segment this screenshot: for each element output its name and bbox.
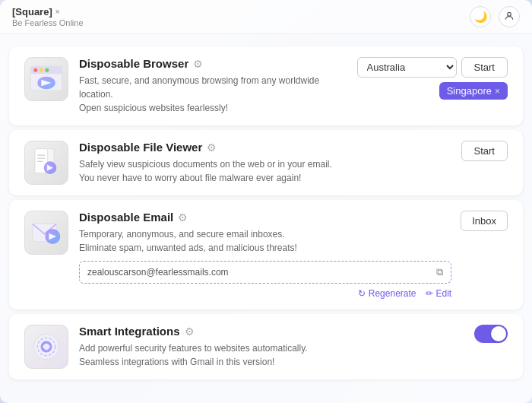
svg-point-4: [40, 68, 43, 72]
content-area: Disposable Browser ⚙ Fast, secure, and a…: [0, 34, 532, 403]
email-illustration: [27, 214, 65, 252]
email-footer-actions: ↻ Regenerate ✏ Edit: [79, 288, 451, 299]
email-title: Disposable Email: [79, 211, 173, 224]
svg-point-3: [33, 68, 37, 72]
svg-point-0: [508, 12, 511, 16]
user-icon-button[interactable]: [499, 6, 520, 27]
browser-illustration: [27, 60, 65, 98]
file-viewer-card: Disposable File Viewer ⚙ Safely view sus…: [9, 130, 523, 195]
regenerate-icon: ↻: [358, 288, 366, 299]
file-viewer-start-button[interactable]: Start: [461, 141, 508, 161]
copy-icon[interactable]: ⧉: [436, 266, 443, 278]
app-title: [Square]: [12, 6, 52, 17]
file-viewer-icon-container: [24, 141, 68, 185]
title-bar-right: 🌙: [470, 6, 520, 27]
browser-title-row: Disposable Browser ⚙: [79, 57, 348, 70]
integrations-toggle[interactable]: [474, 325, 508, 343]
integrations-service-body: Smart Integrations ⚙ Add powerful securi…: [79, 325, 465, 369]
browser-title: Disposable Browser: [79, 57, 188, 70]
integrations-actions: [474, 325, 508, 343]
integrations-title: Smart Integrations: [79, 325, 180, 338]
email-address-text: zealouscarson@fearlessmails.com: [87, 267, 229, 278]
close-button[interactable]: ×: [55, 8, 60, 16]
email-card: Disposable Email ⚙ Temporary, anonymous,…: [9, 200, 523, 309]
regenerate-button[interactable]: ↻ Regenerate: [358, 288, 416, 299]
file-viewer-description: Safely view suspicious documents on the …: [79, 157, 452, 185]
browser-service-body: Disposable Browser ⚙ Fast, secure, and a…: [79, 57, 348, 115]
toggle-container: [474, 325, 508, 343]
moon-icon-button[interactable]: 🌙: [470, 6, 491, 27]
browser-start-button[interactable]: Start: [461, 57, 508, 78]
browser-actions: Australia Singapore United States United…: [357, 57, 508, 100]
regenerate-label: Regenerate: [369, 288, 416, 299]
browser-card: Disposable Browser ⚙ Fast, secure, and a…: [9, 46, 523, 125]
inbox-button[interactable]: Inbox: [461, 211, 508, 231]
file-viewer-illustration: [27, 144, 65, 182]
title-bar: [Square] × Be Fearless Online 🌙: [0, 0, 532, 34]
singapore-tag-label: Singapore: [447, 85, 492, 97]
location-select[interactable]: Australia Singapore United States United…: [357, 57, 457, 78]
title-bar-left-text: [Square] × Be Fearless Online: [12, 6, 84, 27]
integrations-icon-container: [24, 325, 68, 369]
browser-icon-container: [24, 57, 68, 101]
location-select-row: Australia Singapore United States United…: [357, 57, 508, 78]
integrations-gear-icon[interactable]: ⚙: [185, 325, 195, 338]
email-title-row: Disposable Email ⚙: [79, 211, 451, 224]
file-viewer-title-row: Disposable File Viewer ⚙: [79, 141, 452, 154]
edit-icon: ✏: [426, 288, 433, 299]
integrations-description: Add powerful security features to websit…: [79, 341, 465, 369]
browser-description: Fast, secure, and anonymous browsing fro…: [79, 74, 348, 115]
email-address-box: zealouscarson@fearlessmails.com ⧉: [79, 261, 451, 284]
email-section: zealouscarson@fearlessmails.com ⧉ ↻ Rege…: [79, 261, 451, 299]
toggle-knob: [491, 326, 506, 341]
svg-point-5: [45, 68, 49, 72]
edit-label: Edit: [436, 288, 452, 299]
singapore-tag: Singapore ×: [439, 82, 508, 100]
title-bar-left: [Square] × Be Fearless Online: [12, 6, 84, 27]
app-window: [Square] × Be Fearless Online 🌙: [0, 0, 532, 403]
integrations-title-row: Smart Integrations ⚙: [79, 325, 465, 338]
moon-icon: 🌙: [474, 11, 487, 23]
user-icon: [504, 11, 515, 24]
file-viewer-service-body: Disposable File Viewer ⚙ Safely view sus…: [79, 141, 452, 185]
file-viewer-title: Disposable File Viewer: [79, 141, 202, 154]
email-description: Temporary, anonymous, and secure email i…: [79, 227, 451, 255]
edit-button[interactable]: ✏ Edit: [426, 288, 452, 299]
email-service-body: Disposable Email ⚙ Temporary, anonymous,…: [79, 211, 451, 299]
email-actions: Inbox: [461, 211, 508, 231]
app-subtitle: Be Fearless Online: [12, 18, 84, 27]
file-viewer-gear-icon[interactable]: ⚙: [207, 141, 217, 154]
integrations-card: Smart Integrations ⚙ Add powerful securi…: [9, 314, 523, 379]
email-icon-container: [24, 211, 68, 255]
browser-gear-icon[interactable]: ⚙: [193, 58, 203, 70]
integrations-illustration: [27, 328, 65, 366]
tags-row: Singapore ×: [439, 82, 508, 100]
singapore-tag-close[interactable]: ×: [495, 86, 500, 97]
email-gear-icon[interactable]: ⚙: [178, 211, 188, 224]
file-viewer-actions: Start: [461, 141, 508, 161]
